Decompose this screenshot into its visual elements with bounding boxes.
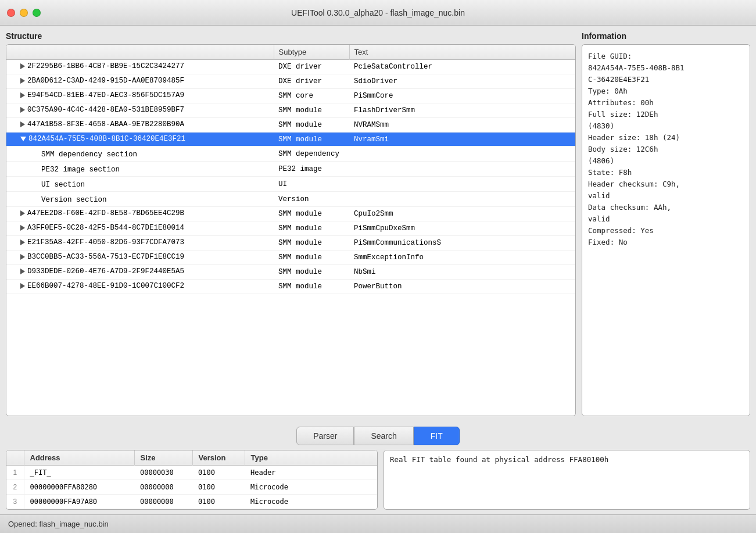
table-row[interactable]: PE32 image sectionPE32 image [6,162,575,177]
structure-table-wrapper: Subtype Text 2F2295B6-1BB6-4CB7-BB9E-15C… [6,44,576,416]
left-panel: Structure Subtype Text 2F2295B6-1BB6-4CB… [6,31,576,416]
expand-icon [20,78,25,84]
row-name: UI section [41,181,85,189]
table-row[interactable]: EE66B007-4278-48EE-91D0-1C007C100CF2SMM … [6,280,575,294]
tab-fit[interactable]: FIT [414,427,460,445]
row-name-cell: 2BA0D612-C3AD-4249-915D-AA0E8709485F [6,74,274,89]
statusbar-text: Opened: flash_image_nuc.bin [8,520,109,528]
row-name: E94F54CD-81EB-47ED-AEC3-856F5DC157A9 [27,91,184,99]
info-heading: Information [582,31,750,41]
table-row[interactable]: Version sectionVersion [6,192,575,207]
fit-col-num [6,450,24,466]
fit-row-size: 00000000 [134,495,192,509]
row-name: Version section [41,196,107,204]
row-name-cell: 842A454A-75E5-408B-8B1C-36420E4E3F21 [6,133,274,146]
row-subtype-cell: SMM module [274,236,349,251]
tab-search[interactable]: Search [354,427,413,445]
fit-row-size: 00000030 [134,466,192,480]
expand-icon [20,121,25,127]
structure-table: Subtype Text 2F2295B6-1BB6-4CB7-BB9E-15C… [6,45,575,294]
main-content: Structure Subtype Text 2F2295B6-1BB6-4CB… [0,26,756,422]
row-name-cell: E94F54CD-81EB-47ED-AEC3-856F5DC157A9 [6,89,274,103]
row-text-cell: PiSmmCommunicationsS [349,236,575,251]
row-subtype-cell: SMM module [274,251,349,265]
col-header-text: Text [349,45,575,60]
list-item[interactable]: 200000000FFA80280000000000100Microcode [6,480,377,495]
row-subtype-cell: SMM module [274,265,349,280]
row-name-cell: 2F2295B6-1BB6-4CB7-BB9E-15C2C3424277 [6,60,274,74]
fit-row-type: Microcode [245,495,377,509]
fit-col-address: Address [24,450,134,466]
structure-scroll[interactable]: Subtype Text 2F2295B6-1BB6-4CB7-BB9E-15C… [6,45,575,416]
table-row[interactable]: 2F2295B6-1BB6-4CB7-BB9E-15C2C3424277DXE … [6,60,575,74]
close-button[interactable] [7,9,15,17]
table-row[interactable]: SMM dependency sectionSMM dependency [6,146,575,162]
fit-row-address: 00000000FFA80280 [24,480,134,495]
row-name-cell: A47EE2D8-F60E-42FD-8E58-7BD65EE4C29B [6,207,274,221]
row-subtype-cell: SMM module [274,280,349,294]
row-name-cell: 447A1B58-8F3E-4658-ABAA-9E7B2280B90A [6,118,274,133]
row-name: EE66B007-4278-48EE-91D0-1C007C100CF2 [27,282,184,290]
row-subtype-cell: SMM module [274,103,349,118]
row-subtype-cell: PE32 image [274,162,349,177]
row-text-cell: PowerButton [349,280,575,294]
fit-row-address: _FIT_ [24,466,134,480]
row-name: D933DEDE-0260-4E76-A7D9-2F9F2440E5A5 [27,267,184,276]
row-text-cell: PiSmmCore [349,89,575,103]
row-name-cell: A3FF0EF5-0C28-42F5-B544-8C7DE1E80014 [6,221,274,236]
fit-row-address: 00000000FFA97A80 [24,495,134,509]
table-row[interactable]: UI sectionUI [6,177,575,192]
expand-icon [20,107,25,113]
row-subtype-cell: SMM dependency [274,146,349,162]
maximize-button[interactable] [33,9,41,17]
row-name: 0C375A90-4C4C-4428-8EA0-531BE8959BF7 [27,106,184,114]
row-name-cell: EE66B007-4278-48EE-91D0-1C007C100CF2 [6,280,274,294]
fit-row-version: 0100 [192,495,245,509]
expand-icon [20,239,25,245]
fit-table-wrapper: Address Size Version Type 1_FIT_00000030… [6,450,378,510]
row-text-cell: NvramSmi [349,133,575,146]
table-row[interactable]: D933DEDE-0260-4E76-A7D9-2F9F2440E5A5SMM … [6,265,575,280]
row-name-cell: D933DEDE-0260-4E76-A7D9-2F9F2440E5A5 [6,265,274,280]
expand-icon [20,63,25,69]
row-subtype-cell: SMM module [274,133,349,146]
row-subtype-cell: UI [274,177,349,192]
table-row[interactable]: A47EE2D8-F60E-42FD-8E58-7BD65EE4C29BSMM … [6,207,575,221]
row-name: 2F2295B6-1BB6-4CB7-BB9E-15C2C3424277 [27,62,184,70]
fit-header-row: Address Size Version Type [6,450,377,466]
table-row[interactable]: 842A454A-75E5-408B-8B1C-36420E4E3F21SMM … [6,133,575,146]
bottom-table-area: Address Size Version Type 1_FIT_00000030… [6,450,750,510]
row-name: PE32 image section [41,166,120,174]
table-row[interactable]: 0C375A90-4C4C-4428-8EA0-531BE8959BF7SMM … [6,103,575,118]
row-name-cell: SMM dependency section [6,146,274,162]
row-subtype-cell: SMM core [274,89,349,103]
minimize-button[interactable] [20,9,28,17]
row-name-cell: UI section [6,177,274,192]
list-item[interactable]: 1_FIT_000000300100Header [6,466,377,480]
fit-col-version: Version [192,450,245,466]
fit-row-type: Header [245,466,377,480]
fit-info-box: Real FIT table found at physical address… [384,450,750,510]
tab-parser[interactable]: Parser [296,427,354,445]
row-name: A47EE2D8-F60E-42FD-8E58-7BD65EE4C29B [27,209,184,217]
table-row[interactable]: E21F35A8-42FF-4050-82D6-93F7CDFA7073SMM … [6,236,575,251]
row-text-cell: CpuIo2Smm [349,207,575,221]
fit-row-num: 2 [6,480,24,495]
structure-header-row: Subtype Text [6,45,575,60]
row-text-cell: NbSmi [349,265,575,280]
table-row[interactable]: 2BA0D612-C3AD-4249-915D-AA0E8709485FDXE … [6,74,575,89]
table-row[interactable]: A3FF0EF5-0C28-42F5-B544-8C7DE1E80014SMM … [6,221,575,236]
bottom-section: Parser Search FIT Address Size Version T… [0,422,756,510]
row-name-cell: 0C375A90-4C4C-4428-8EA0-531BE8959BF7 [6,103,274,118]
list-item[interactable]: 300000000FFA97A80000000000100Microcode [6,495,377,509]
table-row[interactable]: B3CC0BB5-AC33-556A-7513-EC7DF1E8CC19SMM … [6,251,575,265]
row-name-cell: E21F35A8-42FF-4050-82D6-93F7CDFA7073 [6,236,274,251]
table-row[interactable]: 447A1B58-8F3E-4658-ABAA-9E7B2280B90ASMM … [6,118,575,133]
row-subtype-cell: SMM module [274,118,349,133]
row-subtype-cell: DXE driver [274,60,349,74]
row-text-cell: PcieSataController [349,60,575,74]
table-row[interactable]: E94F54CD-81EB-47ED-AEC3-856F5DC157A9SMM … [6,89,575,103]
window-controls [7,9,41,17]
fit-table: Address Size Version Type 1_FIT_00000030… [6,450,377,509]
fit-row-num: 3 [6,495,24,509]
